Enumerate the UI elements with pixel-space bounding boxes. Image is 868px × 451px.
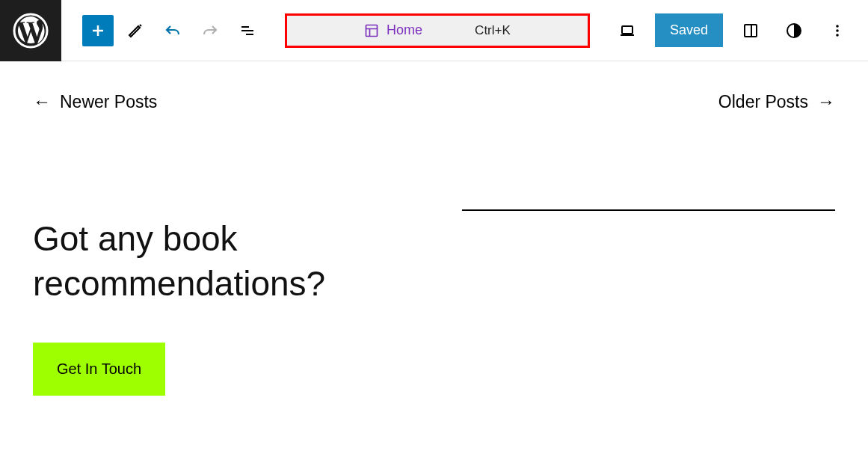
column-right[interactable] (462, 217, 835, 396)
save-button[interactable]: Saved (655, 13, 723, 47)
document-bar-label: Home (387, 22, 422, 38)
toolbar-left-group (61, 15, 263, 46)
cta-button[interactable]: Get In Touch (33, 343, 165, 396)
pagination-block[interactable]: ← Newer Posts Older Posts → (33, 91, 835, 112)
older-posts-label: Older Posts (718, 92, 808, 112)
template-icon (364, 23, 379, 38)
separator-block[interactable] (462, 209, 835, 211)
sidebar-icon (742, 22, 760, 40)
settings-button[interactable] (735, 15, 766, 46)
view-button[interactable] (612, 15, 643, 46)
arrow-right-icon: → (817, 91, 835, 112)
columns-block[interactable]: Got any book recommendations? Get In Tou… (33, 217, 835, 396)
laptop-icon (618, 22, 636, 40)
wp-logo-button[interactable] (0, 0, 61, 61)
wordpress-icon (13, 13, 49, 49)
tools-button[interactable] (120, 15, 151, 46)
pencil-icon (126, 22, 144, 40)
undo-button[interactable] (157, 15, 188, 46)
editor-toolbar: Home Ctrl+K Saved (0, 0, 868, 61)
redo-icon (201, 22, 219, 40)
svg-point-7 (836, 34, 839, 37)
more-vertical-icon (828, 22, 846, 40)
svg-point-6 (836, 29, 839, 32)
redo-button[interactable] (194, 15, 226, 46)
older-posts-link[interactable]: Older Posts → (718, 91, 835, 112)
list-view-icon (238, 22, 256, 40)
toolbar-right-group: Saved (612, 13, 868, 47)
document-bar-button[interactable]: Home Ctrl+K (285, 13, 590, 48)
newer-posts-label: Newer Posts (60, 92, 157, 112)
plus-icon (89, 22, 107, 40)
toolbar-center: Home Ctrl+K (263, 13, 612, 48)
newer-posts-link[interactable]: ← Newer Posts (33, 91, 157, 112)
editor-canvas[interactable]: ← Newer Posts Older Posts → Got any book… (0, 61, 868, 426)
undo-icon (164, 22, 182, 40)
half-circle-icon (785, 22, 803, 40)
document-overview-button[interactable] (232, 15, 263, 46)
add-block-button[interactable] (82, 15, 114, 46)
column-left[interactable]: Got any book recommendations? Get In Tou… (33, 217, 402, 396)
document-bar-shortcut: Ctrl+K (475, 23, 511, 38)
arrow-left-icon: ← (33, 91, 51, 112)
styles-button[interactable] (778, 15, 810, 46)
options-button[interactable] (822, 15, 853, 46)
svg-point-5 (836, 25, 839, 28)
headline[interactable]: Got any book recommendations? (33, 217, 402, 307)
svg-rect-1 (366, 25, 378, 36)
document-bar-content: Home Ctrl+K (364, 22, 511, 38)
svg-rect-2 (622, 26, 632, 34)
